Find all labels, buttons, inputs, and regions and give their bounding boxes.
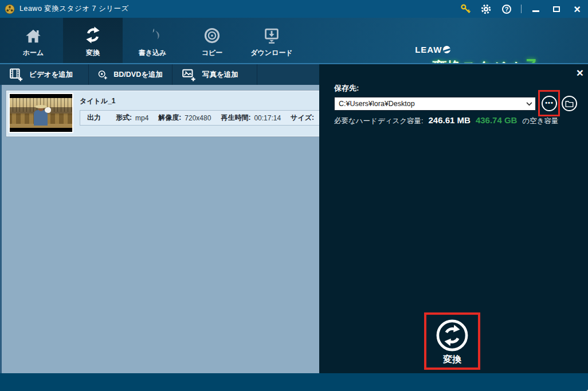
close-icon: × [577, 66, 583, 79]
tab-copy-label: コピー [202, 48, 223, 58]
output-label: 出力 [87, 113, 101, 123]
copy-disc-icon [203, 27, 221, 44]
combobox-dropdown-button[interactable] [523, 97, 535, 110]
close-icon: × [574, 4, 581, 14]
size-label: サイズ: [291, 113, 314, 123]
minimize-button[interactable] [530, 3, 542, 15]
save-path-input[interactable] [335, 100, 523, 108]
leawo-logo-text: LEAW [415, 45, 442, 54]
register-key-button[interactable] [459, 3, 472, 15]
burn-icon [145, 27, 160, 44]
add-video-label: ビデオを追加 [29, 70, 73, 80]
save-path-combobox[interactable] [334, 97, 536, 111]
add-photo-icon [182, 68, 196, 81]
nav-tabs: ホーム 変換 書き込み コピー [3, 18, 301, 63]
settings-gear-icon [481, 4, 491, 14]
convert-icon [84, 26, 102, 44]
resolution-value: 720x480 [185, 114, 211, 122]
register-key-icon [460, 3, 471, 14]
toolbar-highlight-line [0, 63, 588, 64]
titlebar: Leawo 変換スタジオ 7 シリーズ ? × [0, 0, 588, 18]
free-space-suffix: の空き容量 [522, 116, 558, 126]
tab-convert[interactable]: 変換 [63, 18, 123, 63]
add-bd-dvd-button[interactable]: BD/DVDを追加 [89, 64, 173, 85]
add-photo-label: 写真を追加 [202, 70, 238, 80]
add-video-icon [9, 68, 23, 81]
thumbnail-scene [10, 98, 72, 128]
file-list-area: タイトル_1 出力 形式: mp4 解像度: 720x480 再生時間: 00:… [0, 85, 319, 373]
video-item-info: タイトル_1 出力 形式: mp4 解像度: 720x480 再生時間: 00:… [73, 93, 319, 134]
convert-button[interactable]: 変換 [436, 319, 469, 366]
settings-button[interactable] [480, 3, 492, 15]
maximize-button[interactable] [550, 3, 563, 15]
convert-settings-panel: × 保存先: ••• 必要なハードディスク容量: 246.61 MB 436.7… [319, 64, 588, 373]
disk-capacity-info: 必要なハードディスク容量: 246.61 MB 436.74 GB の空き容量 [334, 115, 559, 126]
titlebar-separator [521, 5, 522, 13]
required-size-value: 246.61 MB [429, 115, 471, 125]
download-icon [263, 28, 280, 44]
free-size-value: 436.74 GB [476, 115, 518, 125]
folder-icon [565, 100, 574, 107]
browse-destination-button[interactable]: ••• [542, 96, 557, 111]
chevron-down-icon [526, 102, 532, 106]
status-bar [0, 373, 588, 391]
capacity-label: 必要なハードディスク容量: [334, 116, 424, 126]
close-window-button[interactable]: × [571, 3, 583, 15]
tab-download-label: ダウンロード [250, 48, 292, 58]
tab-burn-label: 書き込み [139, 48, 167, 58]
help-icon: ? [502, 5, 511, 14]
maximize-icon [553, 6, 560, 12]
help-button[interactable]: ? [500, 3, 513, 15]
panel-close-button[interactable]: × [577, 65, 583, 80]
leawo-logo: LEAWO [415, 45, 450, 54]
home-icon [24, 28, 42, 44]
open-folder-button[interactable] [562, 96, 577, 111]
tab-burn[interactable]: 書き込み [123, 18, 182, 63]
resize-grip[interactable] [585, 388, 586, 389]
tab-convert-label: 変換 [86, 48, 100, 58]
thumbnail-detail [45, 107, 51, 113]
convert-icon [436, 319, 469, 352]
format-value: mp4 [135, 114, 148, 122]
add-bd-dvd-icon [98, 68, 107, 82]
video-thumbnail [9, 93, 73, 133]
leawo-logo-o-icon: O [443, 46, 450, 53]
add-video-button[interactable]: ビデオを追加 [0, 64, 89, 85]
add-photo-button[interactable]: 写真を追加 [173, 64, 257, 85]
tab-home-label: ホーム [23, 48, 44, 58]
tab-download[interactable]: ダウンロード [242, 18, 301, 63]
video-item-row[interactable]: タイトル_1 出力 形式: mp4 解像度: 720x480 再生時間: 00:… [6, 91, 319, 136]
add-bd-dvd-label: BD/DVDを追加 [113, 70, 163, 80]
add-media-toolbar: ビデオを追加 BD/DVDを追加 写真を追加 [0, 64, 319, 85]
window-title: Leawo 変換スタジオ 7 シリーズ [19, 4, 129, 14]
format-label: 形式: [116, 113, 132, 123]
ellipsis-icon: ••• [545, 99, 554, 106]
video-metadata-box: 出力 形式: mp4 解像度: 720x480 再生時間: 00:17:14 サ… [80, 110, 319, 126]
resolution-label: 解像度: [158, 113, 181, 123]
annotation-red-box-convert: 変換 [424, 312, 480, 370]
minimize-icon [532, 10, 539, 12]
app-reel-icon [5, 4, 15, 14]
save-destination-label: 保存先: [334, 83, 359, 93]
main-navbar: ホーム 変換 書き込み コピー [0, 18, 588, 63]
video-title: タイトル_1 [80, 96, 319, 106]
duration-value: 00:17:14 [254, 114, 281, 122]
convert-button-label: 変換 [443, 354, 461, 366]
duration-label: 再生時間: [221, 113, 250, 123]
tab-home[interactable]: ホーム [3, 18, 63, 63]
tab-copy[interactable]: コピー [182, 18, 242, 63]
